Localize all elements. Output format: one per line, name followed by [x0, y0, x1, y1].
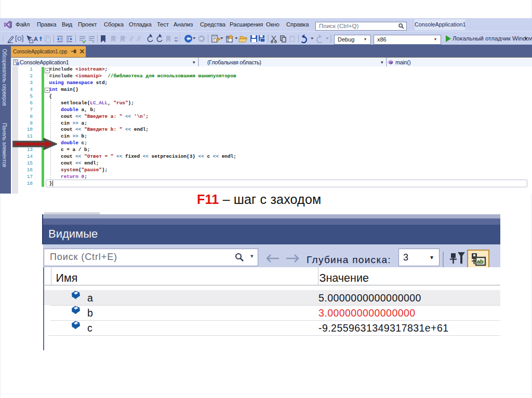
svg-text:A: A	[34, 36, 38, 42]
svg-text:?: ?	[92, 39, 95, 44]
svg-text:ab: ab	[477, 258, 484, 265]
